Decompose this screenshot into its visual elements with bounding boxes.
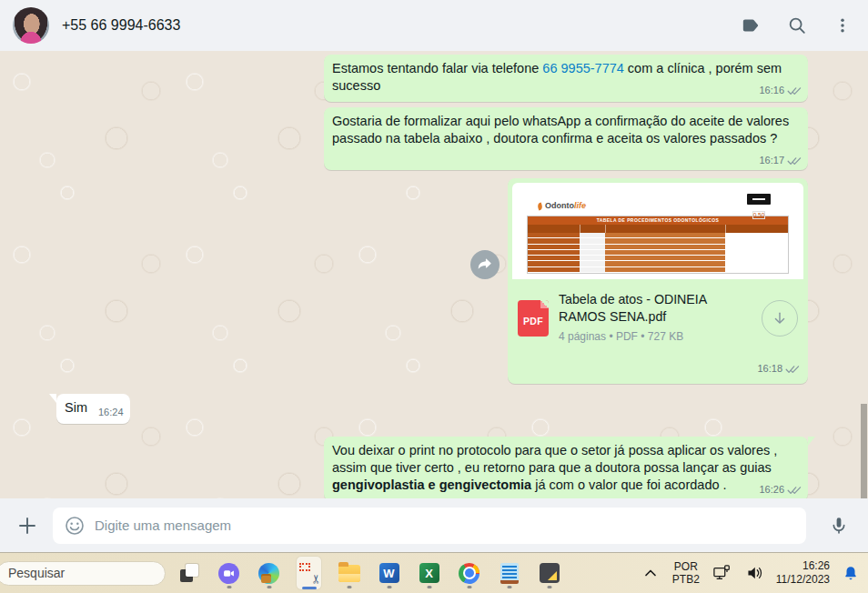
- double-check-icon: [785, 365, 800, 374]
- message-row: Vou deixar o print no protocolo para que…: [0, 437, 868, 498]
- sticky-notes-icon: [540, 563, 560, 583]
- message-text-bold: gengivoplastia e gengivectomia: [332, 477, 531, 492]
- tray-chevron-up-icon[interactable]: [641, 568, 660, 578]
- taskbar-search[interactable]: [0, 561, 166, 586]
- notepad-button[interactable]: [497, 557, 521, 589]
- teams-chat-icon: [218, 563, 239, 584]
- message-time: 16:24: [98, 406, 124, 419]
- active-app-indicator: [302, 587, 317, 589]
- message-bubble[interactable]: Vou deixar o print no protocolo para que…: [324, 437, 808, 498]
- excel-icon: X: [419, 563, 439, 583]
- odontolife-logo: Odontolife: [538, 197, 586, 215]
- emoji-icon[interactable]: [64, 515, 86, 537]
- preview-table-rows: [528, 233, 788, 273]
- taskbar-search-input[interactable]: [8, 566, 154, 580]
- folder-icon: [338, 565, 360, 582]
- attach-plus-icon[interactable]: [15, 513, 40, 538]
- bubble-tail: [49, 394, 56, 403]
- microphone-icon[interactable]: [824, 516, 853, 536]
- header-actions: [741, 15, 853, 36]
- snipping-tool-icon: ✂: [299, 563, 319, 583]
- phone-link[interactable]: 66 9955-7774: [542, 61, 624, 75]
- tray-time: 16:26: [776, 559, 830, 573]
- contact-avatar[interactable]: [13, 7, 49, 44]
- message-text: Vou deixar o print no protocolo para que…: [332, 443, 777, 475]
- tray-date: 11/12/2023: [776, 573, 830, 587]
- excel-button[interactable]: X: [417, 557, 441, 589]
- message-text: Gostaria de formalizar aqui pelo whatsAp…: [332, 114, 789, 146]
- double-check-icon: [787, 156, 802, 166]
- search-icon[interactable]: [786, 15, 808, 36]
- screen: +55 66 9994-6633 Estamos tentando falar …: [0, 0, 868, 593]
- pdf-file-info: Tabela de atos - ODINEIA RAMOS SENA.pdf …: [559, 291, 752, 346]
- message-input[interactable]: [95, 518, 795, 533]
- word-icon: W: [379, 563, 399, 583]
- message-row: Gostaria de formalizar aqui pelo whatsAp…: [0, 107, 868, 170]
- task-view-icon: [180, 564, 198, 582]
- message-meta: 16:26: [759, 483, 802, 497]
- chat-header: +55 66 9994-6633: [0, 0, 868, 51]
- snipping-tool-button[interactable]: ✂: [297, 557, 321, 589]
- whatsapp-window: +55 66 9994-6633 Estamos tentando falar …: [0, 0, 868, 552]
- message-time: 16:17: [759, 154, 784, 167]
- chat-scrollbar[interactable]: [861, 404, 867, 498]
- task-view-button[interactable]: [177, 557, 201, 589]
- keyboard-layout: PTB2: [672, 573, 700, 586]
- message-row: Estamos tentando falar via telefone 66 9…: [0, 55, 868, 102]
- pdf-file-row[interactable]: PDF Tabela de atos - ODINEIA RAMOS SENA.…: [512, 279, 803, 355]
- message-text: Estamos tentando falar via telefone: [332, 61, 542, 75]
- download-button[interactable]: [762, 300, 798, 337]
- preview-table: TABELA DE PROCEDIMENTOS ODONTOLÓGICOS: [527, 216, 789, 274]
- pdf-file-meta: 4 páginas • PDF • 727 KB: [559, 328, 752, 346]
- sticky-notes-button[interactable]: [537, 557, 561, 589]
- preview-corner-badge: 0,50: [747, 194, 771, 222]
- chat-area: Estamos tentando falar via telefone 66 9…: [0, 51, 868, 498]
- chrome-button[interactable]: [457, 557, 481, 589]
- windows-taskbar: ✂ W X POR PTB2 16:2: [0, 552, 868, 593]
- message-input-container: [53, 508, 806, 544]
- bubble-tail: [808, 437, 815, 446]
- message-meta: 16:17: [759, 154, 802, 167]
- download-arrow-icon: [771, 309, 789, 327]
- teams-chat-button[interactable]: [217, 557, 241, 589]
- double-check-icon: [787, 486, 802, 495]
- message-meta: 16:18: [512, 355, 803, 377]
- contact-name[interactable]: +55 66 9994-6633: [62, 17, 180, 34]
- menu-kebab-icon[interactable]: [832, 15, 853, 36]
- pdf-preview-image[interactable]: Odontolife 0,50 TABELA DE PROCEDIMENTOS …: [512, 183, 803, 279]
- message-bubble[interactable]: Estamos tentando falar via telefone 66 9…: [324, 55, 808, 102]
- message-time: 16:18: [757, 360, 782, 377]
- message-bubble[interactable]: Gostaria de formalizar aqui pelo whatsAp…: [324, 107, 808, 170]
- chrome-icon: [459, 563, 479, 584]
- forward-button[interactable]: [470, 250, 500, 279]
- system-tray: POR PTB2 16:26 11/12/2023: [641, 559, 868, 587]
- clock[interactable]: 16:26 11/12/2023: [776, 559, 830, 587]
- volume-icon[interactable]: [745, 565, 763, 581]
- message-text: já com o valor que foi acordado .: [531, 477, 726, 492]
- pdf-preview-top: Odontolife 0,50: [512, 183, 803, 216]
- composer-bar: [0, 498, 868, 552]
- taskbar-icons: ✂ W X: [177, 557, 561, 589]
- notepad-icon: [500, 563, 519, 584]
- pdf-filename: Tabela de atos - ODINEIA RAMOS SENA.pdf: [559, 291, 752, 326]
- network-icon[interactable]: [712, 564, 732, 582]
- document-message-bubble[interactable]: Odontolife 0,50 TABELA DE PROCEDIMENTOS …: [508, 178, 808, 384]
- edge-button[interactable]: [257, 557, 281, 589]
- message-meta: 16:24: [98, 406, 124, 419]
- language-code: POR: [672, 560, 700, 573]
- language-indicator[interactable]: POR PTB2: [672, 560, 700, 586]
- message-time: 16:16: [759, 84, 784, 97]
- message-bubble[interactable]: Sim 16:24: [56, 394, 130, 424]
- edge-browser-icon: [258, 563, 279, 584]
- file-explorer-button[interactable]: [337, 557, 361, 589]
- message-text: Sim: [65, 400, 87, 415]
- notification-bell-icon[interactable]: [843, 565, 859, 581]
- message-meta: 16:16: [759, 84, 802, 97]
- forward-arrow-icon: [477, 256, 493, 273]
- message-row: Odontolife 0,50 TABELA DE PROCEDIMENTOS …: [0, 178, 868, 384]
- double-check-icon: [787, 86, 802, 95]
- word-button[interactable]: W: [377, 557, 401, 589]
- label-icon[interactable]: [741, 15, 762, 36]
- preview-table-header: [528, 225, 788, 233]
- message-time: 16:26: [759, 483, 784, 497]
